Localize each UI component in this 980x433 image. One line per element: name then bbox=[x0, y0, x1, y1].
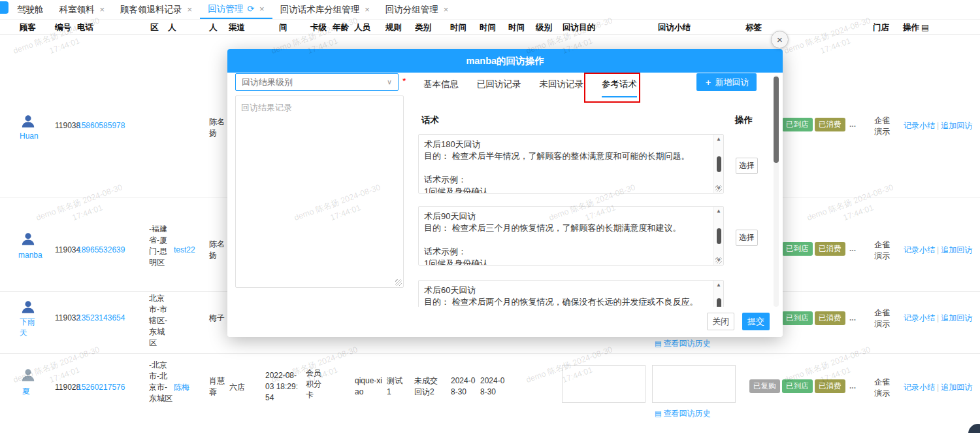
record-summary-link[interactable]: 记录小结 bbox=[904, 245, 935, 254]
person-link[interactable]: 陈梅 bbox=[174, 382, 189, 393]
tab-followup-management[interactable]: 回访管理 ⟳ × bbox=[200, 0, 272, 19]
column-header: 回访小结 bbox=[658, 22, 691, 33]
close-icon[interactable]: × bbox=[259, 4, 265, 14]
scroll-up-icon[interactable]: ▲ bbox=[716, 282, 721, 288]
resize-grip[interactable] bbox=[715, 185, 722, 192]
tab-cockpit[interactable]: 驾驶舱 bbox=[9, 0, 52, 19]
add-followup-label: 新增回访 bbox=[715, 77, 749, 88]
tab-customer-material-records[interactable]: 顾客领退料记录 × bbox=[112, 0, 200, 19]
purpose-textbox[interactable] bbox=[562, 365, 645, 403]
category: 未成交回访2 bbox=[414, 375, 443, 398]
customer-name-link[interactable]: 夏 bbox=[22, 386, 30, 397]
add-followup-link[interactable]: 追加回访 bbox=[941, 121, 972, 130]
modal-scrollbar-thumb[interactable] bbox=[774, 77, 779, 163]
add-followup-button[interactable]: ＋ 新增回访 bbox=[696, 73, 757, 91]
column-settings-icon[interactable]: ▤ bbox=[921, 22, 929, 32]
tab-script-group-management[interactable]: 回访话术库分组管理 × bbox=[272, 0, 378, 19]
add-followup-link[interactable]: 追加回访 bbox=[941, 313, 972, 322]
phone-link[interactable]: 18965532639 bbox=[77, 245, 125, 256]
script-example: 1问候及身份确认 bbox=[424, 186, 708, 193]
modal-close-button[interactable]: × bbox=[771, 31, 789, 48]
script-title: 术后180天回访 bbox=[424, 139, 708, 150]
phone-link[interactable]: 13523143654 bbox=[77, 313, 125, 324]
status-badge-arrived: 已到店 bbox=[782, 242, 813, 256]
region: -北京市-北京市-东城区 bbox=[149, 360, 172, 404]
close-icon[interactable]: × bbox=[188, 5, 193, 14]
resize-grip[interactable] bbox=[395, 279, 402, 286]
script-box[interactable]: 术后90天回访 目的： 检查术后三个月的恢复情况，了解顾客的长期满意度和建议。 … bbox=[418, 206, 724, 266]
sidebar-fragment bbox=[0, 1, 8, 14]
status-badge-consumed: 已消费 bbox=[815, 311, 845, 325]
script-title: 术后90天回访 bbox=[424, 211, 708, 222]
modal-scrollbar[interactable] bbox=[774, 75, 779, 307]
store-name: 企雀演示 bbox=[874, 239, 891, 262]
tab-unvisited-records[interactable]: 未回访记录 bbox=[540, 78, 584, 96]
add-followup-link[interactable]: 追加回访 bbox=[941, 245, 972, 254]
phone-link[interactable]: 15860585978 bbox=[77, 120, 125, 131]
view-followup-history-link[interactable]: ▤查看回访历史 bbox=[655, 338, 710, 349]
column-header: 标签 bbox=[745, 22, 762, 33]
status-badge-consumed: 已消费 bbox=[815, 242, 845, 256]
record-summary-link[interactable]: 记录小结 bbox=[904, 313, 935, 322]
script-scrollbar[interactable]: ▲ ▼ bbox=[713, 207, 723, 265]
close-icon[interactable]: × bbox=[365, 5, 370, 14]
column-header: 时间 bbox=[508, 22, 525, 33]
more-tags-ellipsis[interactable]: ... bbox=[849, 313, 856, 324]
tab-dept-materials[interactable]: 科室领料 × bbox=[52, 0, 113, 19]
person-link[interactable]: test22 bbox=[174, 245, 195, 256]
close-button[interactable]: 关闭 bbox=[707, 313, 734, 330]
more-tags-ellipsis[interactable]: ... bbox=[849, 243, 856, 254]
more-tags-ellipsis[interactable]: ... bbox=[849, 119, 856, 130]
refresh-icon[interactable]: ⟳ bbox=[247, 4, 254, 14]
customer-name-link[interactable]: manba bbox=[18, 250, 42, 261]
tab-reference-scripts[interactable]: 参考话术 bbox=[602, 78, 637, 97]
status-badge-rebuy: 已复购 bbox=[749, 379, 780, 393]
script-scrollbar[interactable]: ▲ ▼ bbox=[713, 135, 723, 193]
phone-link[interactable]: 15260217576 bbox=[77, 382, 125, 393]
scroll-up-icon[interactable]: ▲ bbox=[716, 208, 721, 215]
date-2: 2024-08-30 bbox=[480, 375, 506, 398]
record-summary-link[interactable]: 记录小结 bbox=[904, 383, 935, 392]
script-box[interactable]: 术后180天回访 目的： 检查术后半年情况，了解顾客的整体满意度和可能的长期问题… bbox=[418, 134, 724, 194]
script-text: 术后180天回访 目的： 检查术后半年情况，了解顾客的整体满意度和可能的长期问题… bbox=[419, 135, 713, 193]
select-script-button[interactable]: 选择 bbox=[736, 158, 758, 174]
modal-tabs: 基本信息 已回访记录 未回访记录 参考话术 bbox=[423, 78, 655, 98]
column-header: 规则 bbox=[385, 22, 402, 33]
rule: 测试1 bbox=[387, 375, 405, 398]
floating-action-button[interactable] bbox=[968, 424, 980, 433]
scrollbar-thumb[interactable] bbox=[717, 228, 721, 244]
scroll-up-icon[interactable]: ▲ bbox=[716, 136, 721, 143]
add-followup-link[interactable]: 追加回访 bbox=[941, 383, 972, 392]
scrollbar-thumb[interactable] bbox=[717, 156, 721, 172]
watermark: demo 陈名扬 2024-08-3017:44:01 bbox=[783, 14, 877, 69]
result-level-value: 回访结果级别 bbox=[242, 77, 293, 88]
column-header: 类别 bbox=[415, 22, 431, 33]
column-header: 人 bbox=[168, 22, 176, 33]
close-icon[interactable]: × bbox=[444, 5, 449, 14]
customer-avatar bbox=[20, 113, 37, 130]
script-title: 术后60天回访 bbox=[424, 285, 708, 296]
tab-label: 回访管理 bbox=[208, 3, 243, 15]
more-tags-ellipsis[interactable]: ... bbox=[849, 381, 856, 392]
tab-followup-group-management[interactable]: 回访分组管理 × bbox=[378, 0, 457, 19]
select-script-button[interactable]: 选择 bbox=[736, 230, 758, 246]
result-level-select[interactable]: 回访结果级别 ∨ bbox=[235, 73, 399, 91]
customer-name-link[interactable]: Huan bbox=[20, 131, 39, 142]
result-record-textarea[interactable]: 回访结果记录 bbox=[235, 95, 404, 288]
modal-footer: 关闭 提交 bbox=[227, 307, 783, 337]
tab-basic-info[interactable]: 基本信息 bbox=[423, 78, 459, 96]
column-header: 门店 bbox=[873, 22, 889, 33]
column-header: 年龄 bbox=[333, 22, 349, 33]
record-summary-link[interactable]: 记录小结 bbox=[904, 121, 935, 130]
tab-label: 科室领料 bbox=[59, 4, 95, 16]
column-header: 时间 bbox=[480, 22, 496, 33]
view-followup-history-link[interactable]: ▤查看回访历史 bbox=[655, 408, 710, 419]
resize-grip[interactable] bbox=[715, 257, 722, 264]
summary-textbox[interactable] bbox=[652, 365, 736, 403]
tab-visited-records[interactable]: 已回访记录 bbox=[477, 78, 521, 96]
column-header: 级别 bbox=[536, 22, 552, 33]
column-header: 操作 bbox=[903, 22, 919, 33]
submit-button[interactable]: 提交 bbox=[742, 313, 770, 330]
close-icon[interactable]: × bbox=[100, 5, 105, 14]
customer-name-link[interactable]: 下雨天 bbox=[20, 317, 39, 339]
